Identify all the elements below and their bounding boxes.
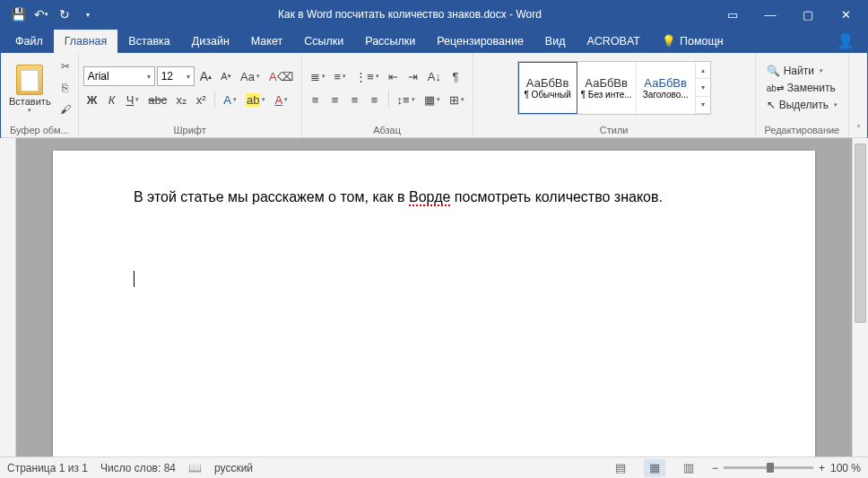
- group-styles-label: Стили: [473, 123, 755, 137]
- gallery-up-button[interactable]: ▴: [696, 62, 710, 79]
- select-button[interactable]: ↖Выделить▾: [764, 98, 840, 112]
- status-bar: Страница 1 из 1 Число слов: 84 📖 русский…: [0, 456, 868, 478]
- group-editing-label: Редактирование: [756, 123, 848, 137]
- zoom-in-button[interactable]: +: [819, 462, 825, 474]
- language-indicator[interactable]: русский: [214, 462, 253, 474]
- group-font: Arial▾ 12▾ A▴ A▾ Aa▾ A⌫ Ж К Ч▾ abc x₂ x²…: [79, 53, 302, 137]
- read-mode-button[interactable]: ▤: [610, 459, 631, 477]
- replace-button[interactable]: ab⇄Заменить: [764, 81, 840, 95]
- format-painter-button[interactable]: 🖌: [57, 101, 74, 117]
- tab-review[interactable]: Рецензирование: [426, 30, 534, 53]
- document-title: Как в Word посчитать количество знаков.d…: [105, 8, 715, 21]
- qat-customize[interactable]: ▾: [78, 4, 98, 24]
- save-button[interactable]: 💾: [8, 4, 28, 24]
- zoom-level[interactable]: 100 %: [830, 462, 861, 474]
- multilevel-button[interactable]: ⋮≡▾: [352, 66, 383, 86]
- change-case-button[interactable]: Aa▾: [237, 66, 264, 86]
- find-button[interactable]: 🔍Найти▾: [764, 64, 840, 78]
- grow-font-button[interactable]: A▴: [196, 66, 215, 86]
- increase-indent-button[interactable]: ⇥: [404, 66, 422, 86]
- align-right-button[interactable]: ≡: [346, 90, 364, 109]
- ribbon-tabs: Файл Главная Вставка Дизайн Макет Ссылки…: [1, 28, 867, 53]
- cut-button[interactable]: ✂: [57, 58, 74, 74]
- zoom-out-button[interactable]: −: [712, 462, 718, 474]
- show-marks-button[interactable]: ¶: [447, 66, 464, 86]
- proofing-icon[interactable]: 📖: [188, 462, 202, 474]
- tab-design[interactable]: Дизайн: [181, 30, 240, 53]
- numbering-button[interactable]: ≡▾: [331, 66, 351, 86]
- strike-button[interactable]: abc: [144, 90, 170, 109]
- share-button[interactable]: 👤: [824, 29, 867, 53]
- zoom-control: − + 100 %: [712, 462, 861, 474]
- clear-format-button[interactable]: A⌫: [265, 66, 297, 86]
- tab-insert[interactable]: Вставка: [117, 30, 180, 53]
- shading-button[interactable]: ▦▾: [421, 90, 444, 109]
- gallery-more-button[interactable]: ▾: [696, 97, 710, 114]
- page-indicator[interactable]: Страница 1 из 1: [7, 462, 88, 474]
- line-spacing-button[interactable]: ↕≡▾: [394, 90, 419, 109]
- document-page[interactable]: В этой статье мы расскажем о том, как в …: [53, 151, 815, 456]
- font-size-dropdown[interactable]: 12▾: [157, 66, 195, 86]
- align-center-button[interactable]: ≡: [326, 90, 344, 109]
- sort-button[interactable]: A↓: [424, 66, 445, 86]
- minimize-button[interactable]: —: [752, 2, 788, 27]
- vertical-scrollbar[interactable]: [852, 138, 868, 456]
- style-normal[interactable]: АаБбВв ¶ Обычный: [518, 62, 577, 114]
- bold-button[interactable]: Ж: [83, 90, 101, 109]
- bullets-button[interactable]: ≣▾: [307, 66, 329, 86]
- highlight-button[interactable]: ab▾: [242, 90, 269, 109]
- tab-references[interactable]: Ссылки: [293, 30, 354, 53]
- tab-view[interactable]: Вид: [534, 30, 577, 53]
- spelling-error[interactable]: Ворде: [409, 189, 450, 206]
- group-styles: АаБбВв ¶ Обычный АаБбВв ¶ Без инте... Аа…: [473, 53, 756, 137]
- text-cursor: [134, 271, 135, 287]
- title-bar: 💾 ↶▾ ↻ ▾ Как в Word посчитать количество…: [1, 1, 867, 28]
- tab-home[interactable]: Главная: [54, 30, 118, 53]
- ribbon-options-button[interactable]: ▭: [715, 2, 751, 27]
- italic-button[interactable]: К: [103, 90, 121, 109]
- tab-file[interactable]: Файл: [4, 30, 54, 53]
- styles-gallery: АаБбВв ¶ Обычный АаБбВв ¶ Без инте... Аа…: [517, 61, 711, 115]
- align-left-button[interactable]: ≡: [307, 90, 325, 109]
- word-count[interactable]: Число слов: 84: [100, 462, 176, 474]
- subscript-button[interactable]: x₂: [172, 90, 190, 109]
- justify-button[interactable]: ≡: [366, 90, 384, 109]
- font-color-button[interactable]: A▾: [271, 90, 291, 109]
- text-effects-button[interactable]: A▾: [220, 90, 240, 109]
- borders-button[interactable]: ⊞▾: [446, 90, 468, 109]
- shrink-font-button[interactable]: A▾: [217, 66, 235, 86]
- scroll-thumb[interactable]: [855, 143, 866, 323]
- zoom-slider[interactable]: [724, 466, 813, 469]
- web-layout-button[interactable]: ▥: [678, 459, 699, 477]
- tab-acrobat[interactable]: ACROBAT: [576, 30, 651, 53]
- cursor-icon: ↖: [767, 99, 776, 111]
- close-button[interactable]: ✕: [828, 2, 864, 27]
- redo-button[interactable]: ↻: [55, 4, 74, 24]
- copy-button[interactable]: ⎘: [57, 80, 74, 96]
- tab-mailings[interactable]: Рассылки: [354, 30, 426, 53]
- superscript-button[interactable]: x²: [192, 90, 210, 109]
- style-heading1[interactable]: АаБбВв Заголово...: [637, 62, 696, 114]
- style-nospacing[interactable]: АаБбВв ¶ Без инте...: [577, 62, 637, 114]
- vertical-ruler[interactable]: [0, 138, 16, 456]
- paste-button[interactable]: Вставить ▾: [5, 63, 55, 114]
- quick-access-toolbar: 💾 ↶▾ ↻ ▾: [1, 4, 105, 24]
- undo-button[interactable]: ↶▾: [31, 4, 51, 24]
- document-area: В этой статье мы расскажем о том, как в …: [16, 138, 852, 456]
- print-layout-button[interactable]: ▦: [644, 459, 665, 477]
- maximize-button[interactable]: ▢: [790, 2, 826, 27]
- group-editing: 🔍Найти▾ ab⇄Заменить ↖Выделить▾ Редактиро…: [756, 53, 849, 137]
- group-paragraph-label: Абзац: [302, 123, 473, 137]
- collapse-ribbon-button[interactable]: ˄: [849, 53, 867, 137]
- group-clipboard-label: Буфер обм...: [1, 123, 78, 137]
- clipboard-icon: [16, 65, 43, 95]
- gallery-down-button[interactable]: ▾: [696, 79, 710, 96]
- font-name-dropdown[interactable]: Arial▾: [83, 66, 155, 86]
- tab-layout[interactable]: Макет: [240, 30, 293, 53]
- tell-me[interactable]: 💡Помощн: [651, 29, 734, 53]
- document-text[interactable]: В этой статье мы расскажем о том, как в …: [134, 187, 734, 208]
- zoom-thumb[interactable]: [767, 463, 774, 473]
- decrease-indent-button[interactable]: ⇤: [385, 66, 403, 86]
- underline-button[interactable]: Ч▾: [123, 90, 143, 109]
- group-paragraph: ≣▾ ≡▾ ⋮≡▾ ⇤ ⇥ A↓ ¶ ≡ ≡ ≡ ≡ ↕≡▾ ▦▾ ⊞▾: [302, 53, 473, 137]
